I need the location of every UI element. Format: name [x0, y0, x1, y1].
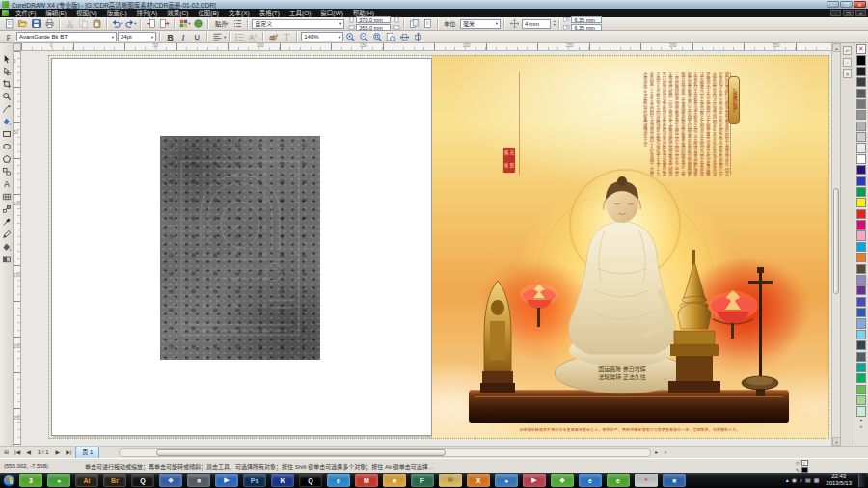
eyedropper-tool[interactable]: [0, 215, 13, 228]
text-tool[interactable]: A: [0, 177, 13, 190]
color-swatch[interactable]: [856, 285, 866, 295]
color-swatch[interactable]: [856, 253, 866, 262]
tray-icon[interactable]: ▴: [786, 474, 789, 487]
taskbar-app-icon-7[interactable]: ■: [187, 474, 210, 487]
color-swatch[interactable]: [856, 395, 866, 405]
bold-button[interactable]: B: [164, 31, 176, 42]
title-bar[interactable]: CorelDRAW X4 (专业版) - [G:\CDR高清晰图库素材\CDR画…: [0, 0, 868, 9]
taskbar-app-icon-14[interactable]: ■: [383, 474, 406, 487]
smart-fill-tool[interactable]: [0, 115, 13, 127]
color-swatch[interactable]: [856, 198, 866, 207]
bullet-list-button[interactable]: [233, 31, 246, 42]
basic-shapes-tool[interactable]: [0, 165, 13, 177]
tray-icon[interactable]: ♪: [800, 474, 802, 487]
next-page-button[interactable]: ▶: [54, 447, 63, 458]
text-direction-button[interactable]: [281, 31, 293, 42]
taskbar-app-icon-9[interactable]: Ps: [243, 474, 266, 487]
color-swatch[interactable]: [856, 264, 866, 274]
font-name-dropdown[interactable]: AvantGarde Bk BT▾: [16, 32, 117, 41]
menu-窗口W[interactable]: 窗口(W): [315, 10, 347, 16]
nudge-field[interactable]: 4 mm: [522, 19, 551, 29]
color-swatch[interactable]: [856, 385, 866, 394]
color-swatch[interactable]: [856, 187, 866, 197]
horizontal-scroll-thumb[interactable]: [156, 449, 446, 456]
new-button[interactable]: [3, 18, 15, 30]
color-swatch[interactable]: [856, 242, 866, 252]
zoom-page-button[interactable]: [385, 31, 397, 42]
color-swatch[interactable]: [856, 352, 866, 362]
snap-to-button[interactable]: 贴齐▾: [212, 18, 231, 29]
color-swatch[interactable]: [856, 132, 866, 142]
color-swatch[interactable]: [856, 122, 866, 131]
navigator-zoom-button[interactable]: ⌕: [662, 447, 668, 458]
taskbar-app-icon-18[interactable]: ●: [495, 474, 518, 487]
menu-视图V[interactable]: 视图(V): [71, 10, 102, 16]
edit-text-button[interactable]: ab: [267, 31, 280, 42]
taskbar-app-icon-1[interactable]: 3: [19, 474, 42, 487]
open-button[interactable]: [16, 18, 29, 30]
color-swatch[interactable]: [856, 340, 866, 350]
menu-版面L[interactable]: 版面(L): [102, 10, 132, 16]
stone-rubbing-image[interactable]: [160, 136, 320, 360]
add-page-button[interactable]: ⊞: [2, 447, 11, 458]
docker-pin-icon[interactable]: ▫: [843, 58, 852, 67]
menu-文件F[interactable]: 文件(F): [11, 10, 41, 16]
taskbar-app-icon-10[interactable]: K: [271, 474, 294, 487]
minimize-button[interactable]: –: [827, 1, 839, 8]
current-page-button[interactable]: [421, 18, 434, 30]
palette-expand[interactable]: »: [860, 423, 863, 429]
color-swatch[interactable]: [856, 110, 866, 120]
color-swatch[interactable]: [856, 275, 866, 285]
application-launcher-button[interactable]: ▾: [178, 18, 191, 30]
prev-page-button[interactable]: ◀: [24, 447, 33, 458]
color-swatch[interactable]: [856, 99, 866, 109]
zoom-selected-button[interactable]: [371, 31, 384, 42]
outline-pen-tool[interactable]: [0, 228, 13, 240]
menu-工具O[interactable]: 工具(O): [285, 10, 315, 16]
zoom-width-button[interactable]: [398, 31, 411, 42]
color-swatch[interactable]: [856, 154, 866, 164]
taskbar-app-icon-8[interactable]: ▶: [215, 474, 238, 487]
menu-排列A[interactable]: 排列(A): [132, 10, 163, 16]
docker-undock-icon[interactable]: ↶: [843, 46, 852, 55]
fill-tool[interactable]: [0, 240, 13, 253]
color-swatch[interactable]: [856, 143, 866, 152]
taskbar-app-icon-16[interactable]: ✉: [439, 474, 462, 487]
menu-编辑E[interactable]: 编辑(E): [41, 10, 71, 16]
menu-效果C[interactable]: 效果(C): [162, 10, 193, 16]
taskbar-app-icon-15[interactable]: F: [411, 474, 434, 487]
close-button[interactable]: ✕: [854, 1, 866, 8]
drawing-canvas[interactable]: 观自在菩萨行深般若波罗蜜多时照见五蕴皆空度一切苦厄舍利子色不异空空不异色色即是空…: [21, 51, 831, 446]
taskbar-clock[interactable]: 22:432013/5/13: [822, 474, 855, 487]
last-page-button[interactable]: ▶|: [64, 447, 73, 458]
units-dropdown[interactable]: 毫米▾: [460, 19, 501, 29]
shape-tool[interactable]: [0, 65, 13, 77]
taskbar-app-icon-3[interactable]: Ai: [75, 474, 98, 487]
pan-button[interactable]: ▸: [653, 447, 660, 458]
horizontal-ruler[interactable]: 050100150200250300350: [21, 43, 831, 51]
rectangle-tool[interactable]: [0, 127, 13, 140]
copy-button[interactable]: [77, 18, 90, 30]
horizontal-scrollbar[interactable]: [119, 448, 651, 457]
polygon-tool[interactable]: [0, 152, 13, 165]
first-page-button[interactable]: |◀: [13, 447, 22, 458]
underline-button[interactable]: U: [191, 31, 203, 42]
font-size-dropdown[interactable]: 24pt▾: [118, 32, 156, 41]
taskbar-app-icon-17[interactable]: X: [467, 474, 490, 487]
taskbar-app-icon-21[interactable]: e: [579, 474, 602, 487]
show-desktop-button[interactable]: [858, 474, 865, 487]
menu-位图B[interactable]: 位图(B): [193, 10, 224, 16]
vertical-scroll-thumb[interactable]: [833, 188, 839, 294]
freehand-tool[interactable]: [0, 102, 13, 115]
taskbar-app-icon-2[interactable]: ●: [47, 474, 70, 487]
taskbar-app-icon-13[interactable]: M: [355, 474, 378, 487]
drop-cap-button[interactable]: A: [247, 31, 259, 42]
print-button[interactable]: [43, 18, 56, 30]
taskbar-app-icon-4[interactable]: Br: [103, 474, 126, 487]
taskbar-app-icon-23[interactable]: *: [635, 474, 658, 487]
import-button[interactable]: [145, 18, 157, 30]
color-swatch[interactable]: [856, 373, 866, 383]
page-size-preset-dropdown[interactable]: 自定义▾: [252, 19, 344, 29]
cut-button[interactable]: [64, 18, 76, 30]
color-swatch[interactable]: [856, 209, 866, 219]
